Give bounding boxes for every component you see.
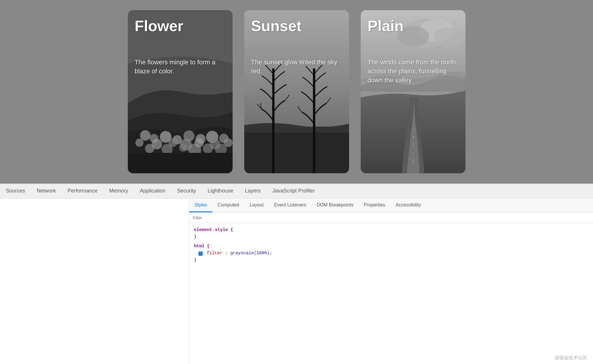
code-property-filter: filter: [207, 251, 222, 256]
styles-tab-properties[interactable]: Properties: [359, 199, 390, 212]
styles-tab-layout[interactable]: Layout: [244, 199, 269, 212]
code-value-filter: grayscale(100%);: [230, 251, 272, 256]
card-sunset[interactable]: Sunset The sunset glow tinted the sky re…: [244, 10, 349, 173]
filter-checkbox[interactable]: [199, 252, 203, 256]
devtools-dom-panel: [0, 199, 189, 364]
code-block-element-style-close: }: [194, 234, 588, 241]
tab-lighthouse[interactable]: Lighthouse: [202, 184, 239, 198]
devtools-panel: Sources Network Performance Memory Appli…: [0, 183, 593, 364]
card-flower-desc: The flowers mingle to form a blaze of co…: [135, 58, 226, 76]
tab-performance[interactable]: Performance: [62, 184, 103, 198]
styles-filter-bar[interactable]: [189, 213, 593, 223]
card-plain-desc: The winds came from the north, across th…: [368, 58, 459, 85]
styles-tab-event-listeners[interactable]: Event Listeners: [269, 199, 311, 212]
devtools-main-area: Styles Computed Layout Event Listeners D…: [0, 199, 593, 364]
tab-security[interactable]: Security: [171, 184, 202, 198]
tab-layers[interactable]: Layers: [239, 184, 266, 198]
card-flower-title: Flower: [135, 17, 226, 35]
tab-network[interactable]: Network: [31, 184, 62, 198]
card-sunset-content: Sunset The sunset glow tinted the sky re…: [244, 10, 349, 83]
code-block-html-selector: html {: [194, 243, 588, 250]
card-sunset-desc: The sunset glow tinted the sky red.: [251, 58, 342, 76]
card-plain-title: Plain: [368, 17, 459, 35]
card-plain-content: Plain The winds came from the north, acr…: [361, 10, 465, 92]
tab-memory[interactable]: Memory: [103, 184, 134, 198]
code-selector-element-style: element.style {: [194, 227, 233, 234]
styles-filter-input[interactable]: [193, 215, 590, 220]
styles-tab-computed[interactable]: Computed: [213, 199, 245, 212]
tab-javascript-profiler[interactable]: JavaScript Profiler: [266, 184, 321, 198]
code-block-element-style: element.style {: [194, 227, 588, 234]
card-plain[interactable]: Plain The winds came from the north, acr…: [361, 10, 465, 173]
main-content: Flower The flowers mingle to form a blaz…: [0, 0, 593, 183]
devtools-styles-panel: Styles Computed Layout Event Listeners D…: [189, 199, 593, 364]
code-block-html-close: }: [194, 257, 588, 264]
styles-tab-styles[interactable]: Styles: [189, 199, 213, 212]
styles-tab-accessibility[interactable]: Accessibility: [390, 199, 426, 212]
tab-application[interactable]: Application: [134, 184, 171, 198]
card-flower[interactable]: Flower The flowers mingle to form a blaz…: [128, 10, 233, 173]
devtools-main-tabs: Sources Network Performance Memory Appli…: [0, 184, 593, 199]
card-sunset-title: Sunset: [251, 17, 342, 35]
code-html-selector: html {: [194, 243, 210, 250]
card-flower-content: Flower The flowers mingle to form a blaz…: [128, 10, 233, 83]
styles-code-area: element.style { } html { filter : gray: [189, 223, 593, 267]
code-block-html-filter: filter : grayscale(100%);: [194, 250, 588, 257]
styles-tabs-bar: Styles Computed Layout Event Listeners D…: [189, 199, 593, 213]
tab-sources[interactable]: Sources: [0, 184, 31, 198]
watermark: @掘金技术社区: [555, 355, 587, 361]
styles-tab-dom-breakpoints[interactable]: DOM Breakpoints: [311, 199, 359, 212]
